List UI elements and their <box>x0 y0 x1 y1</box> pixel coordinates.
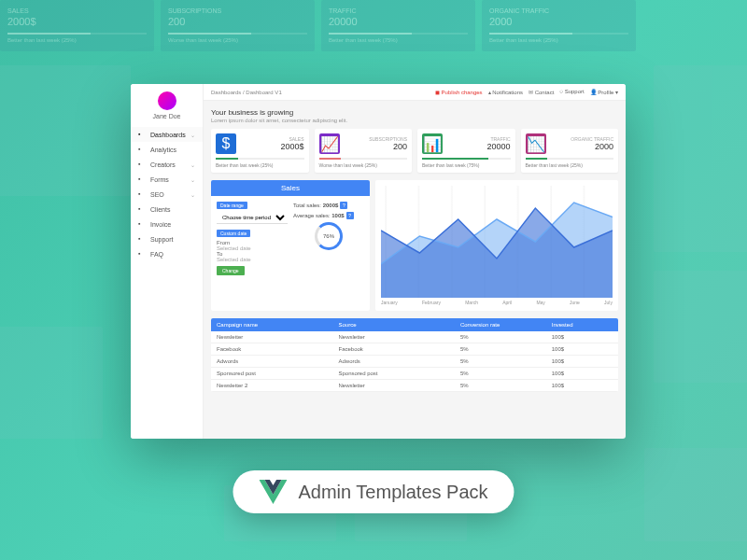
date-range-pill: Date range <box>217 202 247 209</box>
time-period-select[interactable]: Choose time period <box>217 212 288 224</box>
contact-link[interactable]: ✉ Contact <box>529 89 554 95</box>
chevron-down-icon: ⌄ <box>190 132 195 138</box>
dashboard-window: Jane Doe ▪Dashboards⌄▪Analytics▪Creators… <box>131 84 626 439</box>
profile-link[interactable]: 👤 Profile ▾ <box>590 89 618 95</box>
user-name: Jane Doe <box>131 113 203 119</box>
sidebar-item-analytics[interactable]: ▪Analytics <box>131 142 203 157</box>
stats-row: $SALES2000$Better than last week (25%)📈S… <box>211 129 618 173</box>
question-icon: ▪ <box>138 250 146 258</box>
sidebar-item-seo[interactable]: ▪SEO⌄ <box>131 187 203 202</box>
table-row[interactable]: AdwordsAdwords5%100$ <box>211 356 618 368</box>
avatar[interactable] <box>158 91 176 110</box>
sidebar-item-invoice[interactable]: ▪Invoice <box>131 217 203 231</box>
campaigns-table: Campaign name Source Conversion rate Inv… <box>211 318 618 392</box>
table-row[interactable]: Newsletter 2Newsletter5%100$ <box>211 380 618 392</box>
chevron-down-icon: ⌄ <box>190 161 195 168</box>
support-link[interactable]: ○ Support <box>559 89 584 95</box>
sidebar-item-creators[interactable]: ▪Creators⌄ <box>131 157 203 172</box>
sales-panel-header: Sales <box>211 180 370 196</box>
total-sales-metric: Total sales: 2000$? <box>293 202 364 209</box>
line-chart <box>381 186 613 298</box>
stat-icon: 📊 <box>422 133 443 154</box>
people-icon: ▪ <box>138 205 146 213</box>
change-button[interactable]: Change <box>217 266 245 275</box>
sidebar-item-label: Forms <box>150 176 169 183</box>
sidebar-item-label: Support <box>150 236 174 243</box>
sidebar-item-clients[interactable]: ▪Clients <box>131 202 203 217</box>
sidebar-item-faq[interactable]: ▪FAQ <box>131 246 203 261</box>
custom-date-pill: Custom date <box>217 230 250 237</box>
chevron-down-icon: ⌄ <box>190 176 195 183</box>
page-subtitle: Lorem ipsum dolor sit amet, consectetur … <box>211 118 618 123</box>
link-icon: ▪ <box>138 190 146 198</box>
sidebar-item-label: Creators <box>150 161 176 168</box>
doc-icon: ▪ <box>138 220 146 228</box>
publish-button[interactable]: ◼ Publish changes <box>435 89 483 95</box>
sidebar-item-dashboards[interactable]: ▪Dashboards⌄ <box>131 127 203 142</box>
vue-logo-icon <box>259 480 287 504</box>
promo-badge: Admin Templates Pack <box>233 470 514 513</box>
stat-card-sales: $SALES2000$Better than last week (25%) <box>211 129 309 173</box>
page-title: Your business is growing <box>211 108 618 117</box>
form-icon: ▪ <box>138 175 146 183</box>
chart-x-axis: JanuaryFebruaryMarchAprilMayJuneJuly <box>381 300 613 305</box>
stat-icon: 📈 <box>319 133 340 154</box>
sidebar: Jane Doe ▪Dashboards⌄▪Analytics▪Creators… <box>131 84 204 439</box>
stat-card-subscriptions: 📈SUBSCRIPTIONS200Worse than last week (2… <box>315 129 413 173</box>
table-row[interactable]: FacebookFacebook5%100$ <box>211 343 618 356</box>
sidebar-item-support[interactable]: ▪Support <box>131 231 203 246</box>
sidebar-item-label: Clients <box>150 206 170 213</box>
stat-card-organic traffic: 📉ORGANIC TRAFFIC2000Better than last wee… <box>521 129 619 173</box>
main-content: Dashboards / Dashboard V1 ◼ Publish chan… <box>204 84 626 439</box>
sidebar-item-label: Invoice <box>150 221 171 228</box>
users-icon: ▪ <box>138 161 146 168</box>
avg-sales-metric: Average sales: 100$? <box>293 212 364 219</box>
stat-card-traffic: 📊TRAFFIC20000Better than last week (75%) <box>417 129 515 173</box>
sidebar-item-label: Dashboards <box>150 132 186 138</box>
promo-badge-text: Admin Templates Pack <box>298 482 487 503</box>
help-icon: ▪ <box>138 235 146 243</box>
chart-panel: JanuaryFebruaryMarchAprilMayJuneJuly <box>375 180 618 311</box>
sidebar-item-label: Analytics <box>150 147 176 153</box>
table-row[interactable]: NewsletterNewsletter5%100$ <box>211 331 618 343</box>
stat-icon: 📉 <box>526 133 546 154</box>
gauge-chart <box>315 222 343 250</box>
stat-icon: $ <box>216 133 236 154</box>
notifications-link[interactable]: ▴ Notifications <box>488 89 523 95</box>
sidebar-item-label: FAQ <box>150 251 163 258</box>
sidebar-item-forms[interactable]: ▪Forms⌄ <box>131 172 203 187</box>
sidebar-item-label: SEO <box>150 191 164 198</box>
table-header: Campaign name Source Conversion rate Inv… <box>211 318 618 331</box>
topbar: Dashboards / Dashboard V1 ◼ Publish chan… <box>204 84 626 101</box>
sales-panel: Sales Date range Choose time period Cust… <box>211 180 370 311</box>
breadcrumb: Dashboards / Dashboard V1 <box>211 90 435 95</box>
chevron-down-icon: ⌄ <box>190 191 195 198</box>
chart-icon: ▪ <box>138 146 146 153</box>
table-row[interactable]: Sponsored postSponsored post5%100$ <box>211 368 618 380</box>
grid-icon: ▪ <box>138 131 146 138</box>
